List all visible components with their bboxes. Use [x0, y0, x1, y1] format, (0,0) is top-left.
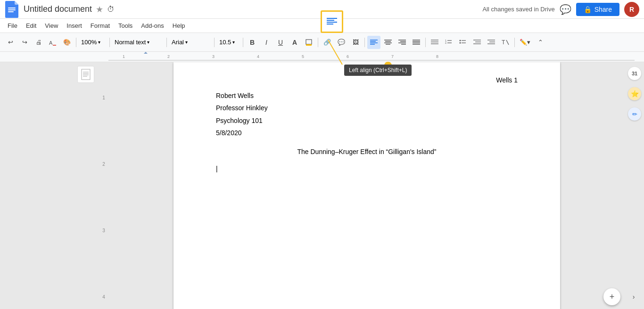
zoom-select[interactable]: 100% ▾	[79, 37, 107, 47]
star-icon[interactable]: ★	[96, 4, 103, 15]
bookmark-icon[interactable]: ⭐	[628, 87, 641, 100]
svg-rect-52	[82, 69, 90, 80]
share-button[interactable]: 🔒 Share	[576, 3, 619, 16]
toolbar: ↩ ↪ 🖨 A 🎨 100% ▾ Normal text ▾ Arial ▾ 1…	[0, 33, 644, 52]
right-panel: 31 ⭐ ✏	[625, 62, 644, 309]
align-right-button[interactable]	[396, 36, 409, 49]
doc-title[interactable]: Untitled document	[24, 4, 92, 14]
ruler-num-2: 2	[102, 162, 105, 167]
line-spacing-button[interactable]	[428, 36, 441, 49]
increase-indent-button[interactable]	[485, 36, 498, 49]
cursor[interactable]: |	[216, 165, 518, 172]
redo-button[interactable]: ↪	[18, 36, 31, 49]
lock-icon: 🔒	[584, 6, 592, 13]
svg-point-32	[460, 42, 461, 43]
title-icons: ★ ⏱	[96, 4, 115, 15]
menu-format[interactable]: Format	[87, 21, 114, 30]
menu-tools[interactable]: Tools	[115, 21, 136, 30]
right-controls: All changes saved in Drive 💬 🔒 Share R	[482, 2, 639, 17]
highlight-color-button[interactable]	[302, 36, 315, 49]
svg-text:2.: 2.	[445, 41, 447, 44]
menu-addons[interactable]: Add-ons	[137, 21, 167, 30]
svg-point-30	[460, 40, 461, 41]
sidebar-expand-icon: ›	[633, 293, 635, 301]
svg-text:4: 4	[257, 54, 259, 59]
ruler-num-4: 4	[102, 294, 105, 300]
separator-6	[318, 38, 318, 47]
add-page-button[interactable]: +	[603, 288, 620, 305]
separator-3	[166, 38, 167, 47]
menu-view[interactable]: View	[41, 21, 62, 30]
decrease-indent-button[interactable]	[471, 36, 484, 49]
ruler: 1 2 3 4 5 6 7 8	[0, 52, 644, 62]
insert-image-button[interactable]: 🖼	[349, 36, 362, 49]
title-bar: Untitled document ★ ⏱ All changes saved …	[0, 0, 644, 19]
size-select[interactable]: 10.5 ▾	[217, 37, 240, 47]
calendar-icon[interactable]: 31	[628, 67, 641, 80]
bold-button[interactable]: B	[246, 36, 259, 49]
add-icon: +	[610, 292, 615, 302]
svg-text:A: A	[49, 40, 53, 46]
svg-rect-2	[8, 11, 14, 12]
paint-format-button[interactable]: 🎨	[60, 36, 74, 49]
ruler-numbers: 1 2 3 4	[99, 62, 108, 309]
align-center-button[interactable]	[381, 36, 395, 49]
numbered-list-button[interactable]: 1.2.	[442, 36, 455, 49]
menu-help[interactable]: Help	[169, 21, 189, 30]
svg-rect-5	[306, 44, 312, 46]
date: 5/8/2020	[216, 128, 518, 138]
author-name: Robert Wells	[216, 90, 518, 101]
svg-text:3: 3	[212, 54, 215, 59]
svg-rect-4	[306, 40, 312, 44]
page-header: Wells 1	[496, 76, 518, 84]
title-area: Untitled document ★ ⏱	[24, 4, 482, 15]
separator-5	[243, 38, 243, 47]
italic-button[interactable]: I	[260, 36, 273, 49]
svg-text:7: 7	[391, 54, 394, 59]
separator-8	[425, 38, 426, 47]
size-chevron: ▾	[232, 40, 235, 45]
bullet-list-button[interactable]	[456, 36, 470, 49]
font-chevron: ▾	[185, 40, 188, 45]
svg-text:2: 2	[167, 54, 170, 59]
undo-button[interactable]: ↩	[4, 36, 17, 49]
editing-mode-button[interactable]: ✏️▾	[517, 36, 533, 49]
size-value: 10.5	[219, 39, 231, 46]
spellcheck-button[interactable]: A	[46, 36, 59, 49]
sidebar-expand-button[interactable]: ›	[628, 288, 639, 305]
document-title: The Dunning–Kruger Effect in “Gilligan's…	[216, 148, 518, 155]
page-area[interactable]: Wells 1 Robert Wells Professor Hinkley P…	[108, 62, 625, 309]
menu-edit[interactable]: Edit	[22, 21, 40, 30]
font-select[interactable]: Arial ▾	[169, 37, 212, 47]
zoom-chevron: ▾	[98, 40, 100, 45]
svg-text:8: 8	[436, 54, 438, 59]
underline-button[interactable]: U	[274, 36, 287, 49]
svg-text:T: T	[502, 39, 505, 46]
align-justify-button[interactable]	[410, 36, 423, 49]
text-color-button[interactable]: A	[288, 36, 301, 49]
chat-button[interactable]: 💬	[560, 4, 571, 15]
history-icon[interactable]: ⏱	[107, 5, 115, 14]
page-outline-icon	[77, 66, 94, 83]
avatar: R	[624, 2, 639, 17]
insert-comment-button[interactable]: 💬	[335, 36, 348, 49]
separator-4	[214, 38, 215, 47]
document-page[interactable]: Wells 1 Robert Wells Professor Hinkley P…	[173, 62, 560, 309]
pen-icon[interactable]: ✏	[628, 107, 641, 121]
svg-text:6: 6	[347, 54, 349, 59]
autosave-status: All changes saved in Drive	[482, 6, 554, 13]
left-margin: 1 2 3 4	[0, 62, 108, 309]
style-select[interactable]: Normal text ▾	[112, 37, 164, 47]
menu-file[interactable]: File	[4, 21, 21, 30]
menu-bar: File Edit View Insert Format Tools Add-o…	[0, 19, 644, 33]
insert-link-button[interactable]: 🔗	[321, 36, 334, 49]
svg-text:1: 1	[123, 54, 125, 59]
font-value: Arial	[172, 39, 184, 46]
menu-insert[interactable]: Insert	[63, 21, 86, 30]
separator-2	[109, 38, 110, 47]
clear-formatting-button[interactable]: T	[499, 36, 512, 49]
expand-toolbar-button[interactable]: ⌃	[534, 36, 547, 49]
ruler-num-3: 3	[102, 228, 105, 233]
print-button[interactable]: 🖨	[32, 36, 45, 49]
align-left-button[interactable]	[367, 36, 380, 49]
